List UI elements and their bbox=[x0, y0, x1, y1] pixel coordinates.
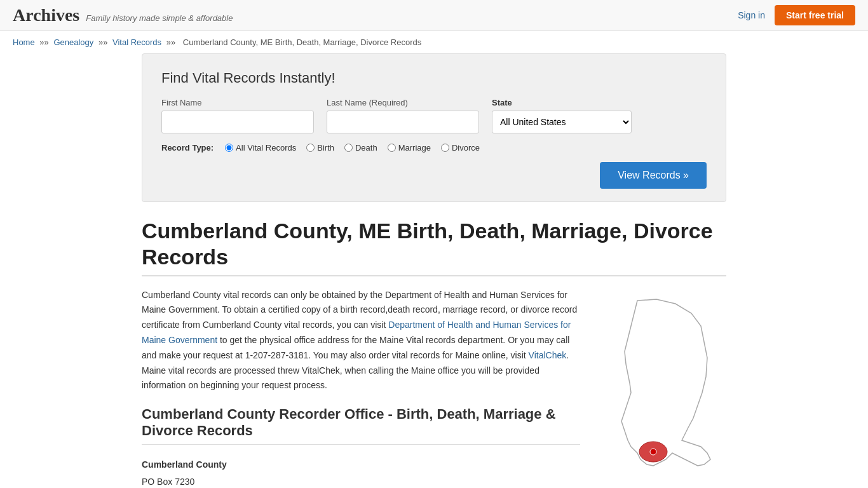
recorder-section-title: Cumberland County Recorder Office - Birt… bbox=[142, 406, 580, 445]
last-name-input[interactable] bbox=[327, 111, 479, 133]
record-type-marriage[interactable]: Marriage bbox=[388, 143, 431, 152]
record-type-row: Record Type: All Vital Records Birth Dea… bbox=[161, 143, 707, 152]
office-name: Cumberland County bbox=[142, 456, 580, 473]
search-btn-row: View Records » bbox=[161, 162, 707, 189]
search-fields-row: First Name Last Name (Required) State Al… bbox=[161, 98, 707, 133]
content-area: Cumberland County vital records can only… bbox=[142, 288, 726, 488]
svg-point-2 bbox=[650, 449, 656, 455]
first-name-input[interactable] bbox=[161, 111, 314, 133]
state-select[interactable]: All United States Alabama Alaska Maine bbox=[492, 111, 632, 133]
record-type-all[interactable]: All Vital Records bbox=[225, 143, 296, 152]
maine-map bbox=[599, 294, 726, 474]
signin-link[interactable]: Sign in bbox=[738, 10, 765, 20]
last-name-field-group: Last Name (Required) bbox=[327, 98, 479, 133]
content-text: Cumberland County vital records can only… bbox=[142, 288, 580, 488]
header-right: Sign in Start free trial bbox=[738, 5, 855, 25]
breadcrumb-home[interactable]: Home bbox=[13, 37, 35, 47]
last-name-label: Last Name (Required) bbox=[327, 98, 479, 107]
state-field-group: State All United States Alabama Alaska M… bbox=[492, 98, 632, 133]
breadcrumb-current: Cumberland County, ME Birth, Death, Marr… bbox=[183, 37, 421, 47]
start-trial-button[interactable]: Start free trial bbox=[775, 5, 855, 25]
breadcrumb: Home »» Genealogy »» Vital Records »» Cu… bbox=[0, 31, 868, 53]
vitalchek-link[interactable]: VitalChek bbox=[529, 350, 567, 360]
site-header: Archives Family history made simple & af… bbox=[0, 0, 868, 31]
record-type-divorce[interactable]: Divorce bbox=[441, 143, 480, 152]
dept-health-link[interactable]: Department of Health and Human Services … bbox=[142, 320, 571, 345]
maine-map-svg bbox=[599, 294, 726, 472]
site-tagline: Family history made simple & affordable bbox=[86, 13, 233, 23]
svg-marker-0 bbox=[621, 299, 710, 466]
main-content: Find Vital Records Instantly! First Name… bbox=[129, 53, 739, 488]
first-name-label: First Name bbox=[161, 98, 314, 107]
header-left: Archives Family history made simple & af… bbox=[13, 5, 233, 25]
office-info: Cumberland County PO Box 7230 Portland, … bbox=[142, 456, 580, 488]
record-type-options: All Vital Records Birth Death Marriage D… bbox=[225, 143, 480, 152]
search-box: Find Vital Records Instantly! First Name… bbox=[142, 53, 726, 202]
search-title: Find Vital Records Instantly! bbox=[161, 70, 707, 86]
page-title: Cumberland County, ME Birth, Death, Marr… bbox=[142, 218, 726, 276]
view-records-button[interactable]: View Records » bbox=[600, 162, 707, 189]
site-logo: Archives bbox=[13, 5, 79, 25]
record-type-label: Record Type: bbox=[161, 143, 214, 152]
breadcrumb-vital-records[interactable]: Vital Records bbox=[112, 37, 161, 47]
recorder-section: Cumberland County Recorder Office - Birt… bbox=[142, 406, 580, 488]
record-type-death[interactable]: Death bbox=[344, 143, 377, 152]
first-name-field-group: First Name bbox=[161, 98, 314, 133]
breadcrumb-genealogy[interactable]: Genealogy bbox=[53, 37, 93, 47]
office-address1: PO Box 7230 bbox=[142, 473, 580, 488]
record-type-birth[interactable]: Birth bbox=[306, 143, 334, 152]
state-label: State bbox=[492, 98, 632, 107]
body-paragraph: Cumberland County vital records can only… bbox=[142, 288, 580, 394]
